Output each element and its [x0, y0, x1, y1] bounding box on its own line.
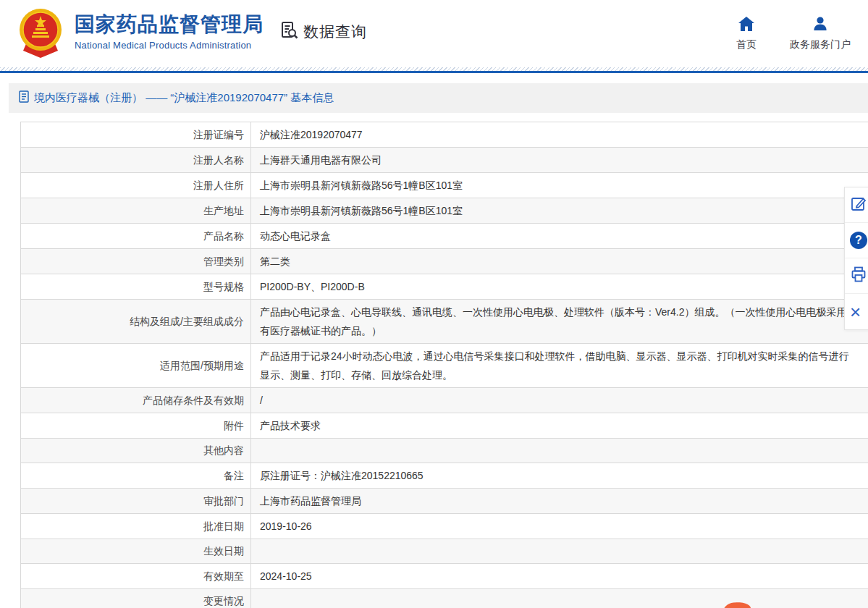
row-value: 上海市崇明县新河镇新薇路56号1幢B区101室: [251, 173, 868, 198]
row-label: 产品储存条件及有效期: [21, 388, 251, 413]
user-icon: [812, 16, 829, 35]
section-title: 数据查询: [279, 20, 367, 43]
row-value: 产品适用于记录24小时动态心电波，通过心电信号采集接口和处理软件，借助电脑、显示…: [251, 344, 868, 387]
row-label: 批准日期: [21, 514, 251, 539]
row-label: 注册证编号: [21, 122, 251, 147]
table-row: 备注 原注册证号：沪械注准20152210665: [21, 463, 868, 489]
table-row: 其他内容: [21, 439, 868, 463]
site-title-cn: 国家药品监督管理局: [75, 12, 264, 38]
brand-titles: 国家药品监督管理局 National Medical Products Admi…: [75, 12, 264, 51]
section-title-label: 数据查询: [303, 22, 367, 42]
table-row: 适用范围/预期用途 产品适用于记录24小时动态心电波，通过心电信号采集接口和处理…: [21, 344, 868, 388]
top-nav: 首页 政务服务门户: [736, 16, 851, 51]
close-toolbar-button[interactable]: ×: [845, 294, 868, 329]
row-value: [251, 589, 868, 608]
table-row: 附件 产品技术要求: [21, 413, 868, 439]
table-row: 生产地址 上海市崇明县新河镇新薇路56号1幢B区101室: [21, 198, 868, 224]
table-row: 有效期至 2024-10-25: [21, 564, 868, 589]
table-row: 产品储存条件及有效期 /: [21, 388, 868, 413]
table-row: 注册人住所 上海市崇明县新河镇新薇路56号1幢B区101室: [21, 173, 868, 198]
nav-home-label: 首页: [736, 38, 757, 51]
row-value: 动态心电记录盒: [251, 224, 868, 248]
row-label: 生产地址: [21, 198, 251, 223]
row-label: 生效日期: [21, 539, 251, 563]
row-label: 变更情况: [21, 589, 251, 608]
row-value: /: [251, 388, 868, 413]
header-blue-line: [0, 71, 868, 73]
table-row: 型号规格 PI200D-BY、PI200D-B: [21, 274, 868, 300]
row-value: 上海市崇明县新河镇新薇路56号1幢B区101室: [251, 198, 868, 223]
row-value: 产品技术要求: [251, 413, 868, 438]
breadcrumb-text: 境内医疗器械（注册） —— “沪械注准20192070477” 基本信息: [34, 91, 334, 105]
data-query-icon: [279, 20, 299, 43]
row-value: 上海市药品监督管理局: [251, 489, 868, 513]
breadcrumb: 境内医疗器械（注册） —— “沪械注准20192070477” 基本信息: [9, 83, 868, 113]
detail-table: 注册证编号 沪械注准20192070477 注册人名称 上海群天通用电器有限公司…: [20, 122, 868, 608]
row-value: 上海群天通用电器有限公司: [251, 148, 868, 172]
row-value: 2019-10-26: [251, 514, 868, 539]
feedback-edit-button[interactable]: [845, 187, 868, 223]
table-row: 管理类别 第二类: [21, 249, 868, 274]
header: 国家药品监督管理局 National Medical Products Admi…: [0, 0, 868, 73]
row-label: 有效期至: [21, 564, 251, 588]
row-value: 沪械注准20192070477: [251, 122, 868, 147]
print-button[interactable]: [845, 258, 868, 294]
row-label: 管理类别: [21, 249, 251, 274]
row-label: 审批部门: [21, 489, 251, 513]
table-row: 注册人名称 上海群天通用电器有限公司: [21, 148, 868, 173]
nmpa-emblem-logo[interactable]: [17, 6, 64, 61]
nav-service-portal[interactable]: 政务服务门户: [790, 16, 851, 51]
row-label: 适用范围/预期用途: [21, 344, 251, 387]
row-label: 型号规格: [21, 274, 251, 299]
close-icon: ×: [850, 303, 861, 321]
row-value: 产品由心电记录盒、心电导联线、通讯电缆、一次性使用心电电极、处理软件（版本号：V…: [251, 300, 868, 343]
row-label: 附件: [21, 413, 251, 438]
row-value: [251, 439, 868, 463]
edit-icon: [850, 195, 867, 215]
row-value: PI200D-BY、PI200D-B: [251, 274, 868, 299]
site-title-en: National Medical Products Administration: [75, 40, 264, 51]
floating-toolbar: ? ×: [844, 187, 868, 330]
row-label: 备注: [21, 463, 251, 488]
row-value: [251, 539, 868, 563]
print-icon: [850, 266, 867, 286]
nav-service-portal-label: 政务服务门户: [790, 38, 851, 51]
row-value: 原注册证号：沪械注准20152210665: [251, 463, 868, 488]
help-button[interactable]: ?: [845, 223, 868, 258]
table-row: 生效日期: [21, 539, 868, 564]
nav-home[interactable]: 首页: [736, 16, 757, 51]
home-icon: [738, 16, 755, 35]
help-icon: ?: [850, 232, 867, 249]
table-row: 产品名称 动态心电记录盒: [21, 224, 868, 249]
table-row: 批准日期 2019-10-26: [21, 514, 868, 539]
row-label: 注册人住所: [21, 173, 251, 198]
table-row: 结构及组成/主要组成成分 产品由心电记录盒、心电导联线、通讯电缆、一次性使用心电…: [21, 300, 868, 344]
row-label: 其他内容: [21, 439, 251, 463]
row-label: 结构及组成/主要组成成分: [21, 300, 251, 343]
document-icon: [19, 90, 29, 106]
row-label: 注册人名称: [21, 148, 251, 172]
row-value: 2024-10-25: [251, 564, 868, 588]
table-row: 审批部门 上海市药品监督管理局: [21, 489, 868, 514]
row-value: 第二类: [251, 249, 868, 274]
table-row: 注册证编号 沪械注准20192070477: [21, 122, 868, 148]
row-label: 产品名称: [21, 224, 251, 248]
